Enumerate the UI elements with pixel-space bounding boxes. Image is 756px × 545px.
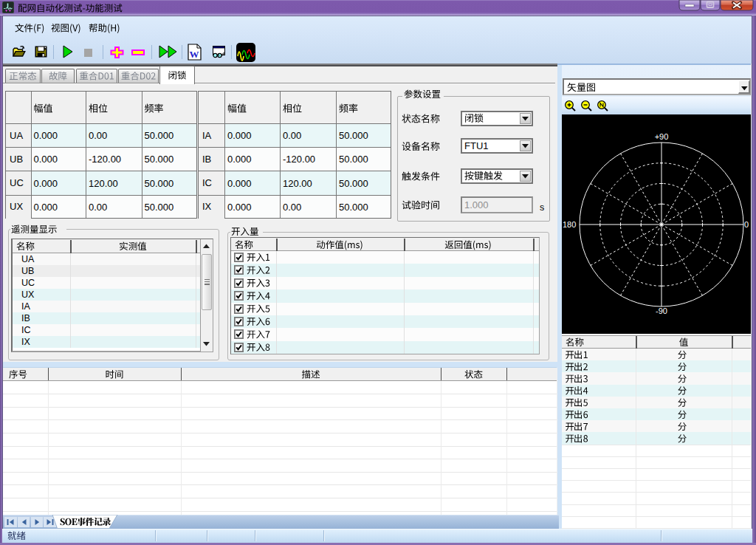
svg-text:W: W [190,49,199,60]
